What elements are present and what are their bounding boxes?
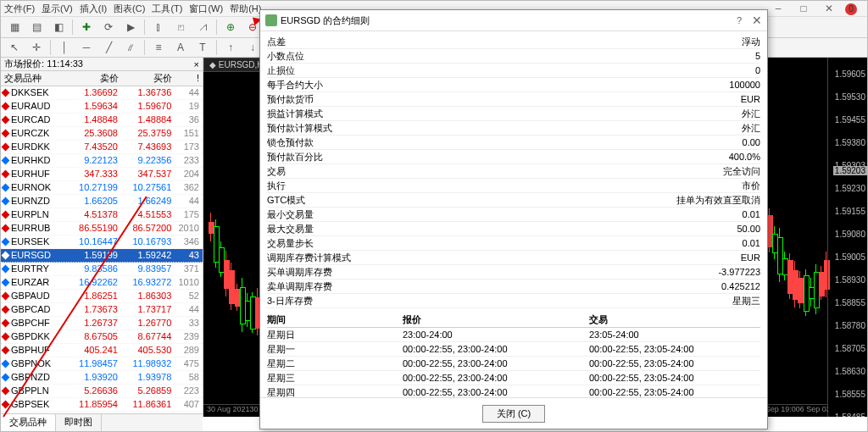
symbol-row-GBPHUF[interactable]: GBPHUF 405.241 405.530 289 — [1, 344, 203, 357]
channel-icon[interactable]: ⫽ — [120, 38, 141, 57]
symbol-row-EURCZK[interactable]: EURCZK 25.3608 25.3759 151 — [1, 127, 203, 141]
dialog-title: EURSGD 的合约细则 — [281, 14, 370, 27]
symbol-row-EURAUD[interactable]: EURAUD 1.59634 1.59670 19 — [1, 100, 203, 114]
symbol-row-EURNZD[interactable]: EURNZD 1.66205 1.66249 44 — [1, 195, 203, 208]
specification-dialog: EURSGD 的合约细则 ? ✕ 点差浮动小数点位5止损位0每手合约大小1000… — [259, 9, 768, 429]
spec-row: 3-日库存费星期三 — [267, 294, 760, 308]
symbol-row-EURCAD[interactable]: EURCAD 1.48848 1.48884 36 — [1, 114, 203, 127]
session-row: 星期三00:00-22:55, 23:00-24:0000:00-22:55, … — [267, 371, 760, 385]
spec-row: 预付款货币EUR — [267, 92, 760, 107]
symbol-row-GBPPLN[interactable]: GBPPLN 5.26636 5.26859 223 — [1, 385, 203, 398]
spec-row: 调期库存费计算模式EUR — [267, 251, 760, 265]
session-row: 星期四00:00-22:55, 23:00-24:0000:00-22:55, … — [267, 385, 760, 397]
menu-view[interactable]: 显示(V) — [42, 3, 73, 15]
menu-window[interactable]: 窗口(W) — [189, 3, 223, 15]
text-label-icon[interactable]: T — [192, 38, 213, 57]
symbol-row-GBPAUD[interactable]: GBPAUD 1.86251 1.86303 52 — [1, 290, 203, 303]
dialog-titlebar[interactable]: EURSGD 的合约细则 ? ✕ — [260, 10, 767, 31]
arrow-up-icon[interactable]: ↑ — [220, 38, 241, 57]
menu-chart[interactable]: 图表(C) — [114, 3, 145, 15]
symbol-row-GBPNOK[interactable]: GBPNOK 11.98457 11.98932 475 — [1, 357, 203, 371]
symbol-row-GBPCHF[interactable]: GBPCHF 1.26737 1.26770 33 — [1, 317, 203, 330]
menu-tools[interactable]: 工具(T) — [152, 3, 182, 15]
spec-row: 小数点位5 — [267, 49, 760, 64]
spec-row: 点差浮动 — [267, 35, 760, 49]
close-button[interactable]: 关闭 (C) — [482, 405, 545, 423]
symbol-row-EURSGD[interactable]: EURSGD 1.59199 1.59242 43 — [1, 249, 203, 263]
minimize-button[interactable]: – — [765, 1, 791, 16]
menu-insert[interactable]: 插入(I) — [80, 3, 107, 15]
symbol-row-EURPLN[interactable]: EURPLN 4.51378 4.51553 175 — [1, 208, 203, 222]
zoom-in-icon[interactable]: ⊕ — [220, 18, 241, 36]
symbol-row-GBPSEK[interactable]: GBPSEK 11.85954 11.86361 407 — [1, 398, 203, 412]
help-icon[interactable]: ? — [737, 15, 742, 25]
spec-row: 锁仓预付款0.00 — [267, 136, 760, 150]
col-symbol[interactable]: 交易品种 — [1, 72, 69, 85]
market-watch-header: 交易品种 卖价 买价 ! — [1, 71, 203, 86]
session-row: 星期日23:00-24:0023:05-24:00 — [267, 328, 760, 342]
tab-tick-chart[interactable]: 即时图 — [56, 414, 102, 431]
app-window: 文件(F) 显示(V) 插入(I) 图表(C) 工具(T) 窗口(W) 帮助(H… — [0, 0, 868, 432]
cursor-icon[interactable]: ↖ — [4, 38, 25, 57]
hline-icon[interactable]: ─ — [76, 38, 97, 57]
line-chart-icon[interactable]: ⩘ — [192, 18, 213, 36]
symbol-row-GBPDKK[interactable]: GBPDKK 8.67505 8.67744 239 — [1, 330, 203, 344]
symbol-row-EURNOK[interactable]: EURNOK 10.27199 10.27561 362 — [1, 181, 203, 195]
vline-icon[interactable]: │ — [54, 38, 75, 57]
symbol-row-DKKSEK[interactable]: DKKSEK 1.36692 1.36736 44 — [1, 86, 203, 100]
spec-row: 预付款计算模式外汇 — [267, 121, 760, 136]
spec-row: 交易完全访问 — [267, 164, 760, 179]
dialog-icon — [265, 14, 277, 26]
metaquotes-icon[interactable]: ⟳ — [98, 18, 119, 36]
spec-row: GTC模式挂单为有效直至取消 — [267, 193, 760, 208]
col-spread[interactable]: ! — [175, 73, 203, 83]
maximize-button[interactable]: □ — [791, 1, 816, 16]
spec-row: 最小交易量0.01 — [267, 208, 760, 222]
text-icon[interactable]: A — [170, 38, 191, 57]
new-order-icon[interactable]: ✚ — [76, 18, 97, 36]
symbol-row-EURHUF[interactable]: EURHUF 347.333 347.537 204 — [1, 168, 203, 181]
price-axis: 1.596051.595301.594551.593801.593031.592… — [827, 58, 867, 417]
spec-row: 买单调期库存费-3.977223 — [267, 265, 760, 280]
symbol-row-EURDKK[interactable]: EURDKK 7.43520 7.43693 173 — [1, 141, 203, 154]
session-row: 星期二00:00-22:55, 23:00-24:0000:00-22:55, … — [267, 357, 760, 371]
bar-chart-icon[interactable]: ⫿ — [148, 18, 169, 36]
market-watch-title: 市场报价: 11:14:33 × — [1, 58, 203, 71]
market-watch-tabs: 交易品种 即时图 — [1, 413, 203, 431]
candle-chart-icon[interactable]: ⏍ — [170, 18, 191, 36]
spec-row: 交易量步长0.01 — [267, 236, 760, 251]
menu-file[interactable]: 文件(F) — [4, 3, 35, 15]
spec-row: 损益计算模式外汇 — [267, 107, 760, 121]
spec-row: 卖单调期库存费0.425212 — [267, 280, 760, 294]
spec-row: 最大交易量50.00 — [267, 222, 760, 236]
market-watch-rows: DKKSEK 1.36692 1.36736 44 EURAUD 1.59634… — [1, 86, 203, 417]
crosshair-icon[interactable]: ✛ — [26, 38, 47, 57]
symbol-row-EURRUB[interactable]: EURRUB 86.55190 86.57200 2010 — [1, 222, 203, 235]
spec-row: 止损位0 — [267, 64, 760, 78]
dialog-footer: 关闭 (C) — [260, 397, 767, 429]
new-chart-icon[interactable]: ▦ — [4, 18, 25, 36]
panel-close-icon[interactable]: × — [194, 59, 199, 69]
symbol-row-EURHKD[interactable]: EURHKD 9.22123 9.22356 233 — [1, 154, 203, 168]
symbol-row-EURZAR[interactable]: EURZAR 16.92262 16.93272 1010 — [1, 276, 203, 290]
spec-row: 执行市价 — [267, 179, 760, 193]
market-watch-icon[interactable]: ◧ — [48, 18, 69, 36]
trendline-icon[interactable]: ╱ — [98, 38, 119, 57]
symbol-row-GBPCAD[interactable]: GBPCAD 1.73673 1.73717 44 — [1, 303, 203, 317]
symbol-row-EURSEK[interactable]: EURSEK 10.16447 10.16793 346 — [1, 235, 203, 249]
col-bid[interactable]: 卖价 — [69, 72, 122, 85]
close-button[interactable]: ✕ — [816, 1, 842, 16]
fibo-icon[interactable]: ≡ — [148, 38, 169, 57]
autotrade-icon[interactable]: ▶ — [120, 18, 141, 36]
tab-symbols[interactable]: 交易品种 — [1, 414, 56, 431]
notification-badge[interactable]: 0 — [842, 1, 867, 16]
dialog-close-icon[interactable]: ✕ — [752, 14, 762, 27]
sessions-header: 期间 报价 交易 — [267, 312, 760, 328]
menu-help[interactable]: 帮助(H) — [230, 3, 261, 15]
profiles-icon[interactable]: ▤ — [26, 18, 47, 36]
spec-row: 每手合约大小100000 — [267, 78, 760, 92]
col-ask[interactable]: 买价 — [122, 72, 175, 85]
dialog-body: 点差浮动小数点位5止损位0每手合约大小100000预付款货币EUR损益计算模式外… — [260, 31, 767, 397]
price-current: 1.59203 — [833, 166, 867, 175]
session-row: 星期一00:00-22:55, 23:00-24:0000:00-22:55, … — [267, 342, 760, 357]
